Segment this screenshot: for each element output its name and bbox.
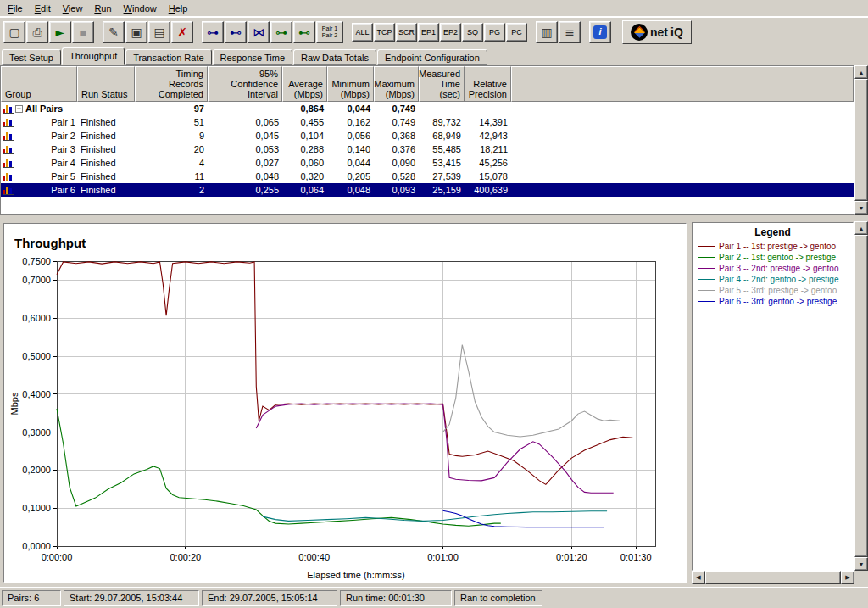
filter-tcp-button[interactable]: TCP (374, 23, 395, 42)
min-cell: 0,044 (327, 158, 374, 168)
print-button[interactable]: ⎙ (26, 21, 48, 43)
scroll-down-button[interactable]: ▼ (854, 201, 868, 215)
menu-run[interactable]: Run (88, 1, 117, 16)
legend-item-pair-1: Pair 1 -- 1st: prestige -> gentoo (693, 241, 853, 252)
column-header-maximum[interactable]: Maximum (Mbps) (374, 66, 419, 102)
scrollbar-track[interactable] (854, 79, 868, 201)
run-status-cell: Finished (77, 158, 135, 168)
list-view-button[interactable]: ▥ (536, 21, 558, 43)
table-row-pair-5[interactable]: Pair 5Finished110,0480,3200,2050,52827,5… (1, 170, 854, 183)
min-cell: 0,205 (327, 171, 374, 181)
filter-all-button[interactable]: ALL (352, 23, 373, 42)
filter-sq-button[interactable]: SQ (462, 23, 483, 42)
menu-edit[interactable]: Edit (29, 1, 57, 16)
tab-test-setup[interactable]: Test Setup (2, 49, 61, 65)
chart-bar (3, 149, 5, 153)
tab-raw-data-totals[interactable]: Raw Data Totals (293, 49, 376, 65)
avg-cell: 0,455 (282, 117, 327, 127)
scrollbar-track[interactable] (705, 571, 841, 584)
precision-cell: 400,639 (465, 185, 511, 195)
group-cell: Pair 3 (1, 144, 77, 154)
chart-bar (3, 122, 5, 126)
run-test-button[interactable]: ► (49, 21, 71, 43)
group-name: Pair 3 (51, 144, 75, 154)
edit-pair-button[interactable]: ✎ (103, 21, 125, 43)
paste-pair-button[interactable]: ▤ (148, 21, 170, 43)
run-status-cell: Finished (77, 144, 135, 154)
scrollbar-track[interactable] (854, 235, 868, 557)
scroll-down-button[interactable]: ▼ (854, 557, 868, 571)
help-info-button[interactable]: i (589, 21, 611, 43)
ci-cell: 0,255 (208, 185, 282, 195)
table-row-pair-2[interactable]: Pair 2Finished90,0450,1040,0560,36868,94… (1, 129, 854, 142)
scroll-left-button[interactable]: ◀ (692, 571, 705, 584)
filter-pc-button[interactable]: PC (506, 23, 527, 42)
table-row-pair-3[interactable]: Pair 3Finished200,0530,2880,1400,37655,4… (1, 142, 854, 156)
table-row-all-pairs[interactable]: −All Pairs970,8640,0440,749 (1, 102, 854, 115)
pair-view-4-button[interactable]: ⊶ (270, 21, 292, 43)
scrollbar-thumb[interactable] (854, 79, 868, 201)
copy-pair-button[interactable]: ▣ (125, 21, 147, 43)
pair-view-5-button[interactable]: ⊷ (293, 21, 315, 43)
tab-response-time[interactable]: Response Time (213, 49, 292, 65)
filter-ep2-button[interactable]: EP2 (440, 23, 461, 42)
run-status-cell: Finished (77, 171, 135, 181)
column-header-average[interactable]: Average (Mbps) (282, 66, 327, 102)
arrow-down-icon: ▼ (859, 561, 865, 567)
pair-view-5-icon: ⊷ (298, 26, 310, 38)
group-name: All Pairs (25, 103, 63, 114)
column-header-group[interactable]: Group (1, 66, 77, 102)
table-row-pair-1[interactable]: Pair 1Finished510,0650,4550,1620,74989,7… (1, 115, 854, 129)
scroll-up-button[interactable]: ▲ (854, 65, 868, 79)
scroll-up-button[interactable]: ▲ (854, 221, 868, 235)
netiq-logo-text-net: net (650, 25, 668, 39)
delete-pair-button[interactable]: ✗ (171, 21, 193, 43)
column-header-95-confidence[interactable]: 95% Confidence Interval (208, 66, 282, 102)
legend-vertical-scrollbar[interactable]: ▲ ▼ (854, 221, 868, 571)
column-header-measured[interactable]: Measured Time (sec) (419, 66, 465, 102)
pair-view-2-button[interactable]: ⊷ (225, 21, 247, 43)
splitter[interactable] (0, 215, 868, 221)
table-row-pair-6[interactable]: Pair 6Finished20,2550,0640,0480,09325,15… (1, 183, 854, 197)
new-test-button[interactable]: ▢ (3, 21, 25, 43)
column-header-minimum[interactable]: Minimum (Mbps) (327, 66, 374, 102)
table-vertical-scrollbar[interactable]: ▲ ▼ (854, 65, 868, 215)
column-header-timing-records[interactable]: Timing Records Completed (135, 66, 208, 102)
stop-test-button[interactable]: ▪ (72, 21, 94, 43)
chart-bar (6, 132, 8, 140)
run-status-cell: Finished (77, 185, 135, 195)
max-cell: 0,749 (374, 117, 419, 127)
tab-transaction-rate[interactable]: Transaction Rate (125, 49, 211, 65)
report-view-button[interactable]: ≡ (559, 21, 581, 43)
tab-throughput[interactable]: Throughput (62, 47, 125, 65)
filter-pg-button[interactable]: PG (484, 23, 505, 42)
menu-help[interactable]: Help (163, 1, 194, 16)
series-pair-6 (443, 510, 604, 527)
filter-scr-button[interactable]: SCR (396, 23, 417, 42)
menu-file[interactable]: File (2, 1, 29, 16)
scrollbar-thumb[interactable] (854, 235, 868, 557)
scrollbar-thumb[interactable] (705, 571, 841, 584)
collapse-toggle[interactable]: − (15, 105, 23, 113)
new-test-icon: ▢ (8, 26, 19, 38)
chart-bar (9, 107, 12, 113)
tab-endpoint-configuration[interactable]: Endpoint Configuration (377, 49, 487, 65)
group-cell: −All Pairs (1, 103, 77, 114)
max-cell: 0,093 (374, 185, 419, 195)
menu-window[interactable]: Window (118, 1, 163, 16)
precision-cell: 15,078 (465, 171, 511, 181)
column-header-relative[interactable]: Relative Precision (465, 66, 511, 102)
legend-horizontal-scrollbar[interactable]: ◀ ▶ (692, 571, 854, 584)
pair-view-3-button[interactable]: ⋈ (248, 21, 270, 43)
column-header-run-status[interactable]: Run Status (77, 66, 135, 102)
menu-view[interactable]: View (57, 1, 89, 16)
scroll-right-button[interactable]: ▶ (841, 571, 854, 584)
filter-ep1-button[interactable]: EP1 (418, 23, 439, 42)
legend-item-pair-6: Pair 6 -- 3rd: gentoo -> prestige (693, 296, 853, 307)
svg-text:0:01:30: 0:01:30 (620, 552, 652, 562)
pair-compare-button[interactable]: Pair 1Pair 2 (316, 21, 343, 43)
table-row-pair-4[interactable]: Pair 4Finished40,0270,0600,0440,09053,41… (1, 156, 854, 170)
status-start: Start: 29.07.2005, 15:03:44 (64, 590, 199, 606)
legend-title: Legend (693, 223, 853, 241)
pair-view-1-button[interactable]: ⊶ (202, 21, 224, 43)
